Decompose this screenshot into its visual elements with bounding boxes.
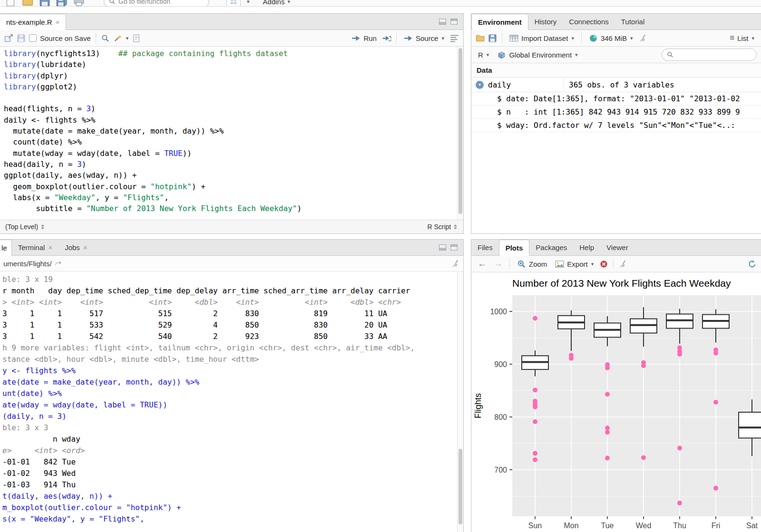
close-icon[interactable]: ×: [48, 243, 52, 251]
document-outline-icon[interactable]: [450, 34, 459, 42]
run-button[interactable]: Run: [349, 33, 379, 44]
save-all-icon[interactable]: [56, 0, 68, 7]
compile-report-icon[interactable]: [132, 34, 141, 42]
source-button[interactable]: Source ▾: [401, 33, 447, 44]
memory-usage-button[interactable]: 346 MiB ▾: [586, 33, 635, 44]
scrollbar-thumb[interactable]: [459, 48, 462, 214]
scope-indicator[interactable]: (Top Level) ⇕: [5, 223, 45, 231]
console-line: stance <dbl>, hour <dbl>, minute <dbl>, …: [2, 354, 463, 365]
addins-menu[interactable]: Addins ▾: [263, 0, 290, 6]
maximize-pane-icon[interactable]: [450, 244, 458, 251]
console-line: ate(wday = wday(date, label = TRUE)): [2, 399, 463, 411]
zoom-label: Zoom: [529, 260, 547, 268]
up-down-icon: ⇕: [40, 223, 45, 231]
file-type-indicator[interactable]: R Script ⇕: [427, 223, 458, 231]
clear-all-plots-icon[interactable]: [618, 260, 627, 268]
import-dataset-button[interactable]: Import Dataset ▾: [507, 33, 576, 44]
tab-connections[interactable]: Connections: [563, 14, 615, 29]
tab-history[interactable]: History: [528, 14, 563, 29]
zoom-icon: [517, 260, 526, 268]
load-workspace-icon[interactable]: [476, 34, 485, 42]
chevron-down-icon: ▾: [126, 35, 129, 41]
tab-plots[interactable]: Plots: [499, 240, 530, 256]
tab-packages[interactable]: Packages: [529, 240, 573, 255]
console-line: n wday: [2, 434, 463, 445]
list-view-button[interactable]: ≡ List ▾: [727, 32, 757, 44]
tab-flights-example[interactable]: nts-example.R ×: [0, 14, 66, 30]
tab-terminal[interactable]: Terminal ×: [12, 240, 59, 255]
svg-text:Number of 2013 New York Flight: Number of 2013 New York Flights Each Wee…: [512, 278, 731, 289]
divider: [502, 33, 502, 43]
refresh-plot-icon[interactable]: [748, 260, 757, 268]
clear-environment-icon[interactable]: [638, 34, 647, 42]
export-button[interactable]: Export ▾: [553, 259, 596, 270]
remove-plot-icon[interactable]: [599, 260, 608, 268]
console-scrollbar[interactable]: [457, 271, 463, 532]
rerun-previous-icon[interactable]: [382, 34, 391, 42]
tab-jobs[interactable]: Jobs ×: [59, 240, 93, 255]
next-plot-button[interactable]: →: [492, 259, 505, 269]
tab-label: le: [1, 244, 7, 252]
code-line: library(lubridate): [4, 59, 463, 70]
tab-console[interactable]: le: [0, 240, 12, 256]
console-line: s(x = "Weekday", y = "Flights",: [2, 513, 463, 525]
tab-tutorial[interactable]: Tutorial: [615, 14, 651, 29]
tab-label: Viewer: [606, 243, 628, 251]
environment-scope-label: Global Environment: [509, 51, 572, 59]
r-version-label: R: [478, 51, 483, 59]
maximize-pane-icon[interactable]: [450, 19, 458, 25]
close-icon[interactable]: ×: [83, 243, 88, 251]
global-environment-icon: [497, 51, 506, 59]
environment-tabbar: Environment History Connections Tutorial: [471, 14, 761, 30]
print-icon[interactable]: [73, 0, 85, 7]
tab-help[interactable]: Help: [573, 240, 600, 255]
code-editor[interactable]: library(nycflights13) ## package contain…: [0, 47, 463, 220]
open-in-new-window-icon[interactable]: [4, 34, 13, 42]
scrollbar-thumb[interactable]: [459, 449, 462, 524]
console-pane: le Terminal × Jobs × uments/Flights/ ble…: [0, 239, 464, 532]
goto-directory-icon[interactable]: [55, 260, 62, 267]
open-file-icon[interactable]: [22, 0, 33, 7]
tab-label: History: [535, 18, 557, 26]
chevron-down-icon: ▾: [575, 52, 578, 58]
previous-plot-button[interactable]: ←: [476, 259, 488, 269]
minimize-pane-icon[interactable]: [439, 19, 446, 25]
object-detail-row: $ wday: Ord.factor w/ 7 levels "Sun"<"Mo…: [471, 119, 761, 132]
tab-label: Connections: [569, 18, 608, 26]
minimize-pane-icon[interactable]: [439, 244, 446, 251]
svg-text:Flights: Flights: [473, 393, 483, 418]
console-tabbar: le Terminal × Jobs ×: [0, 240, 463, 256]
svg-text:800: 800: [494, 413, 507, 421]
search-icon: [667, 51, 673, 58]
environment-scope-selector[interactable]: Global Environment ▾: [495, 49, 580, 60]
console-line: ble: 3 x 19: [2, 274, 463, 285]
workspace-panes-button[interactable]: [226, 0, 241, 7]
environment-pane: Environment History Connections Tutorial…: [471, 13, 761, 234]
save-document-icon[interactable]: [17, 34, 26, 42]
zoom-button[interactable]: Zoom: [515, 259, 549, 270]
find-replace-icon[interactable]: [101, 34, 110, 42]
clear-console-icon[interactable]: [451, 260, 460, 268]
environment-search-input[interactable]: [662, 48, 757, 61]
plot-canvas: 7008009001000SunMonTueWedThuFriSatNumber…: [471, 272, 761, 532]
save-workspace-icon[interactable]: [488, 34, 497, 42]
console-line: r month day dep_time sched_dep_time dep_…: [2, 285, 463, 297]
triangle-down-icon: ▼: [478, 83, 482, 87]
r-version-selector[interactable]: R ▾: [476, 49, 491, 60]
environment-object-daily[interactable]: ▼ daily 365 obs. of 3 variables: [471, 77, 761, 92]
code-tools-icon[interactable]: [113, 34, 122, 42]
source-tabbar: nts-example.R ×: [0, 14, 463, 30]
tab-environment[interactable]: Environment: [471, 14, 528, 30]
tab-viewer[interactable]: Viewer: [600, 240, 634, 255]
goto-file-input[interactable]: Go to file/function: [104, 0, 209, 7]
collapse-object-icon[interactable]: ▼: [476, 81, 484, 89]
svg-text:Mon: Mon: [564, 522, 578, 530]
new-file-icon[interactable]: [5, 0, 16, 7]
source-on-save-checkbox[interactable]: [29, 34, 37, 42]
console-output[interactable]: ble: 3 x 19r month day dep_time sched_de…: [0, 271, 463, 532]
tab-files[interactable]: Files: [471, 240, 499, 255]
close-icon[interactable]: ×: [56, 18, 60, 26]
save-icon[interactable]: [39, 0, 50, 7]
pane-window-buttons: [439, 14, 463, 29]
editor-scrollbar[interactable]: [457, 47, 463, 220]
